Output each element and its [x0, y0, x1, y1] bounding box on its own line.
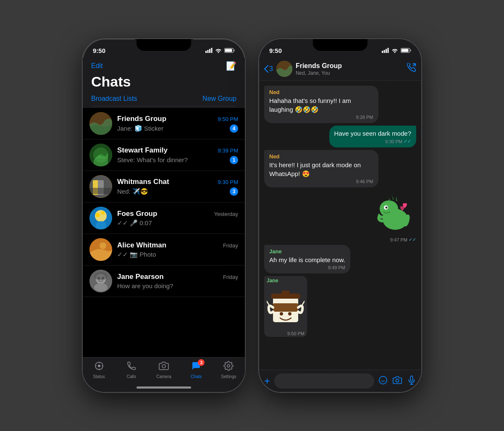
tab-label-camera: Camera	[156, 374, 171, 379]
compose-button[interactable]: 📝	[226, 61, 236, 71]
battery-icon	[224, 48, 235, 53]
chat-info: Stewart Family 9:39 PM Steve: What's for…	[117, 146, 238, 164]
svg-rect-36	[386, 49, 387, 53]
sticker-sender: Jane	[267, 278, 304, 284]
read-ticks: ✓✓	[404, 139, 411, 144]
chat-time: Yesterday	[214, 211, 238, 217]
svg-rect-49	[273, 303, 298, 312]
chat-time: Friday	[223, 274, 238, 280]
chats-title: Chats	[91, 72, 236, 93]
svg-rect-2	[209, 49, 210, 53]
edit-button[interactable]: Edit	[91, 62, 103, 70]
voice-button[interactable]	[407, 376, 416, 387]
svg-rect-6	[234, 50, 235, 51]
status-icons-2	[382, 48, 411, 53]
tab-settings[interactable]: Settings	[213, 361, 245, 379]
home-indicator	[136, 386, 191, 389]
group-members: Ned, Jane, You	[296, 70, 404, 76]
message-time: 9:46 PM	[356, 179, 373, 184]
message-bubble: Ned Hahaha that's so funny!! I am laughi…	[264, 86, 378, 123]
status-time-1: 9:50	[93, 47, 105, 54]
camera-icon	[159, 361, 169, 373]
svg-rect-13	[89, 188, 112, 194]
camera-input-button[interactable]	[393, 376, 402, 387]
svg-rect-0	[205, 51, 207, 53]
svg-point-45	[380, 200, 398, 217]
tab-camera[interactable]: Camera	[147, 361, 180, 379]
chat-list: Friends Group 9:50 PM Jane: 🧊 Sticker 4	[83, 108, 245, 357]
notch	[136, 39, 191, 51]
list-item[interactable]: Friends Group 9:50 PM Jane: 🧊 Sticker 4	[83, 108, 245, 139]
list-item[interactable]: Whitmans Chat 9:30 PM Ned: ✈️😎 3	[83, 171, 245, 202]
dragon-sticker	[370, 190, 416, 236]
add-attachment-button[interactable]: +	[264, 375, 270, 387]
back-button[interactable]: 3	[264, 65, 273, 73]
chats-badge: 3	[198, 359, 205, 366]
new-group-link[interactable]: New Group	[202, 95, 236, 102]
chat-time: 9:39 PM	[218, 147, 238, 154]
tab-status[interactable]: Status	[83, 361, 115, 379]
message-text: Ah my life is complete now.	[269, 255, 345, 264]
list-item[interactable]: Stewart Family 9:39 PM Steve: What's for…	[83, 139, 245, 171]
status-time-2: 9:50	[269, 47, 282, 54]
message-time: 9:28 PM	[356, 115, 373, 120]
message-bubble: Jane Ah my life is complete now. 9:49 PM	[264, 245, 350, 273]
unread-badge: 3	[230, 187, 238, 196]
svg-rect-51	[281, 291, 290, 295]
status-icons-1	[205, 48, 235, 53]
broadcast-lists-link[interactable]: Broadcast Lists	[91, 95, 137, 102]
message-input-bar: +	[259, 370, 421, 392]
svg-point-27	[98, 365, 100, 367]
sticker-incoming: Jane	[264, 276, 307, 337]
list-item[interactable]: Alice Whitman Friday ✓✓ 📷 Photo	[83, 234, 245, 265]
svg-point-17	[101, 211, 105, 215]
tab-calls[interactable]: Calls	[115, 361, 147, 379]
tab-label-status: Status	[93, 374, 105, 379]
signal-icon	[205, 48, 213, 53]
message-bubble: Ned It's here!! I just got dark mode on …	[264, 150, 378, 187]
svg-rect-37	[388, 48, 389, 53]
list-item[interactable]: Jane Pearson Friday How are you doing?	[83, 265, 245, 297]
chat-preview: Jane: 🧊 Sticker	[117, 125, 227, 132]
list-item[interactable]: Foes Group Yesterday ✓✓ 🎤 0:07	[83, 202, 245, 234]
avatar	[89, 144, 112, 166]
svg-rect-40	[410, 50, 411, 51]
back-count: 3	[269, 65, 273, 73]
avatar	[89, 112, 112, 135]
message-text: Have you seen dark mode?	[334, 129, 411, 138]
avatar	[89, 238, 112, 261]
signal-icon-2	[382, 48, 389, 53]
chat-header-top: Edit 📝	[91, 61, 236, 71]
svg-line-55	[302, 301, 304, 305]
chat-info: Friends Group 9:50 PM Jane: 🧊 Sticker 4	[117, 115, 238, 133]
svg-point-32	[162, 365, 165, 368]
chat-name: Stewart Family	[117, 146, 168, 155]
sticker-message: 9:47 PM ✓✓	[370, 190, 416, 242]
chat-preview: Steve: What's for dinner?	[117, 156, 227, 163]
svg-point-53	[288, 312, 291, 315]
sticker-time: 9:47 PM	[390, 237, 407, 242]
svg-rect-34	[382, 51, 383, 53]
svg-rect-1	[207, 50, 209, 53]
settings-icon	[223, 361, 234, 373]
group-name: Friends Group	[296, 62, 404, 70]
chat-info: Alice Whitman Friday ✓✓ 📷 Photo	[117, 241, 238, 258]
message-input[interactable]	[274, 373, 374, 389]
sender-name: Ned	[269, 89, 373, 95]
chat-time: 9:30 PM	[218, 179, 238, 185]
chat-name: Friends Group	[117, 115, 166, 123]
sticker-button[interactable]	[378, 376, 388, 387]
tab-chats[interactable]: 3 Chats	[180, 361, 213, 379]
message-bubble: Have you seen dark mode? 9:30 PM ✓✓	[329, 126, 416, 147]
sender-name: Jane	[269, 248, 345, 255]
avatar	[89, 270, 112, 292]
svg-rect-39	[402, 49, 409, 52]
chat-time: Friday	[223, 242, 238, 249]
wifi-icon-2	[391, 48, 398, 53]
svg-point-59	[396, 379, 399, 382]
svg-rect-3	[211, 48, 213, 53]
svg-rect-5	[225, 49, 232, 52]
sender-name: Ned	[269, 153, 373, 160]
chat-preview: ✓✓ 🎤 0:07	[117, 219, 238, 227]
call-button[interactable]	[407, 63, 416, 75]
